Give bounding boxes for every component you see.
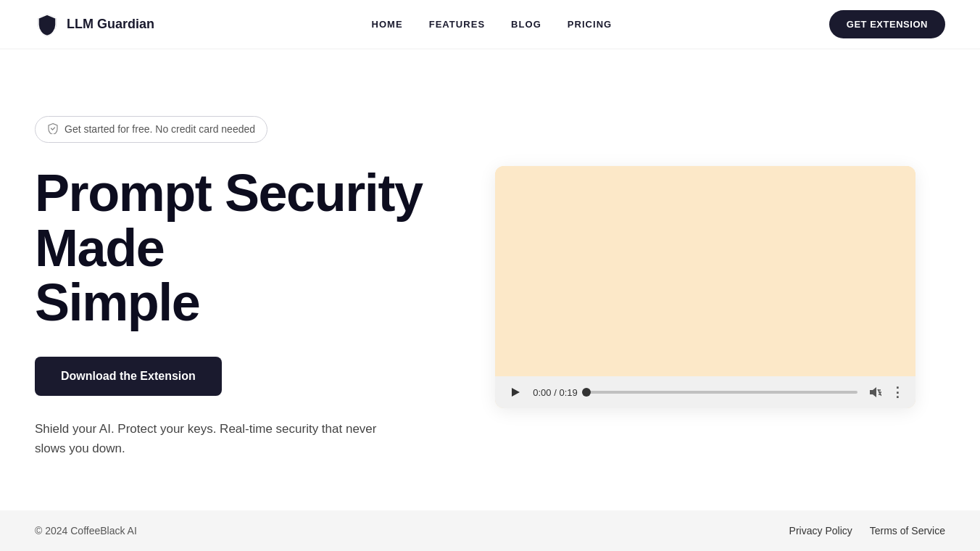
badge: Get started for free. No credit card nee…: [35, 116, 267, 143]
nav-logo-text: LLM Guardian: [67, 17, 154, 32]
footer: © 2024 CoffeeBlack AI Privacy Policy Ter…: [0, 510, 980, 551]
video-time: 0:00 / 0:19: [533, 387, 577, 398]
nav-link-pricing[interactable]: PRICING: [568, 19, 612, 30]
main-content: Get started for free. No credit card nee…: [0, 49, 980, 510]
footer-links: Privacy Policy Terms of Service: [789, 525, 945, 536]
video-controls: 0:00 / 0:19 ⋮: [495, 376, 915, 408]
nav-link-home[interactable]: HOME: [372, 19, 403, 30]
privacy-policy-link[interactable]: Privacy Policy: [789, 525, 852, 536]
badge-text: Get started for free. No credit card nee…: [65, 123, 255, 135]
shield-check-icon: [47, 123, 59, 136]
footer-copyright: © 2024 CoffeeBlack AI: [35, 525, 137, 536]
progress-bar[interactable]: [586, 391, 858, 394]
video-player: 0:00 / 0:19 ⋮: [495, 166, 915, 408]
hero-right: 0:00 / 0:19 ⋮: [466, 166, 945, 408]
navbar: LLM Guardian HOME FEATURES BLOG PRICING …: [0, 0, 980, 49]
hero-subtitle: Shield your AI. Protect your keys. Real-…: [35, 419, 397, 458]
shield-icon: [35, 12, 59, 37]
nav-link-blog[interactable]: BLOG: [511, 19, 541, 30]
get-extension-button[interactable]: GET EXTENSION: [829, 10, 945, 38]
hero-title: Prompt Security Made Simple: [35, 166, 423, 331]
more-options-button[interactable]: ⋮: [891, 384, 904, 400]
progress-bar-thumb: [582, 388, 591, 397]
terms-of-service-link[interactable]: Terms of Service: [870, 525, 945, 536]
nav-link-features[interactable]: FEATURES: [429, 19, 485, 30]
svg-marker-0: [870, 387, 876, 397]
video-thumbnail: [495, 166, 915, 376]
play-button[interactable]: [507, 384, 524, 401]
download-extension-button[interactable]: Download the Extension: [35, 357, 222, 396]
hero-left: Get started for free. No credit card nee…: [35, 116, 423, 458]
play-icon: [512, 388, 520, 397]
volume-button[interactable]: [866, 384, 882, 400]
nav-logo[interactable]: LLM Guardian: [35, 12, 154, 37]
nav-links: HOME FEATURES BLOG PRICING: [372, 19, 612, 30]
